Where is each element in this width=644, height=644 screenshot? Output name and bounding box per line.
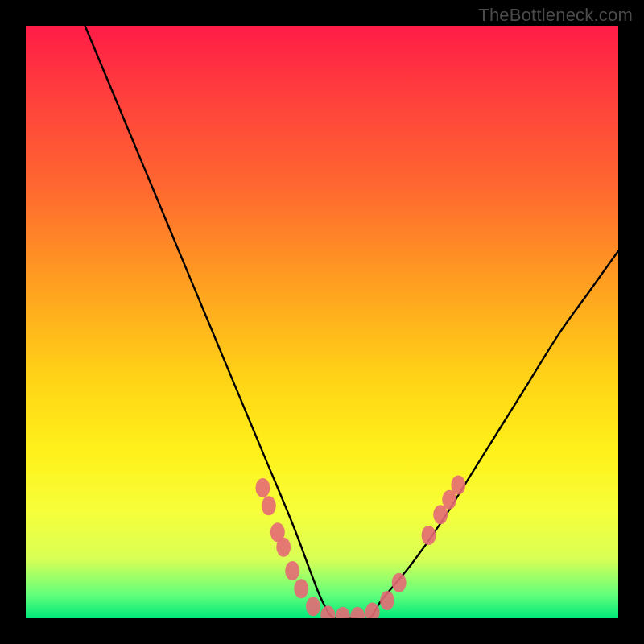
watermark-text: TheBottleneck.com [478, 5, 633, 26]
data-marker [262, 496, 276, 515]
data-marker [320, 605, 335, 618]
curve-svg [26, 26, 618, 618]
data-marker [294, 579, 308, 598]
data-marker [380, 591, 394, 610]
data-marker [336, 607, 350, 618]
marker-group [255, 475, 465, 618]
data-marker [451, 475, 465, 494]
data-marker [422, 526, 436, 545]
chart-frame: TheBottleneck.com [0, 0, 644, 644]
data-marker [285, 561, 299, 580]
data-marker [392, 573, 407, 592]
data-marker [350, 607, 365, 618]
plot-area [26, 26, 618, 618]
data-marker [255, 478, 270, 497]
bottleneck-curve [85, 26, 618, 618]
data-marker [306, 597, 320, 616]
data-marker [276, 538, 291, 557]
